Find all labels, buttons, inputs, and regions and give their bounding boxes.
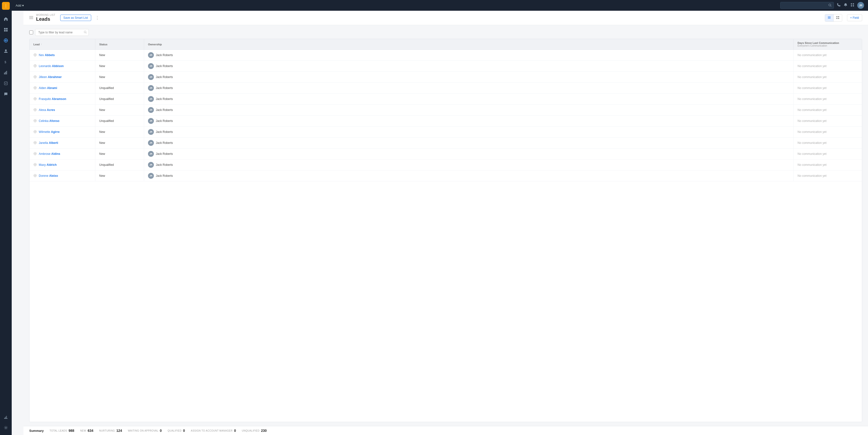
- table-row: Ambrose Aldins New JR Jack Roberts No co…: [30, 149, 862, 159]
- summary-unqualified-val: 230: [261, 429, 267, 433]
- global-search[interactable]: [780, 2, 834, 9]
- lead-name-link[interactable]: Janella Alberti: [39, 141, 58, 145]
- lead-name-link[interactable]: Celinka Afonso: [39, 119, 60, 123]
- sidebar-item-messages[interactable]: [1, 89, 11, 99]
- cell-lead: Alexa Acres: [30, 104, 95, 115]
- lead-name-link[interactable]: Wilmette Agirre: [39, 130, 60, 134]
- owner-avatar: JR: [148, 151, 154, 157]
- cell-ownership: JR Jack Roberts: [144, 50, 794, 60]
- lead-status: New: [99, 152, 105, 156]
- lead-status-icon: [33, 174, 37, 178]
- lead-first-name: Leonardo: [39, 64, 52, 68]
- lead-name-link[interactable]: Frasquito Abramson: [39, 97, 66, 101]
- lead-name-link[interactable]: Alden Abrami: [39, 86, 57, 90]
- owner-name: Jack Roberts: [156, 53, 173, 57]
- summary-assign-val: 0: [234, 429, 236, 433]
- owner-avatar: JR: [148, 96, 154, 102]
- filter-bar: [29, 29, 862, 36]
- summary-qualified-val: 0: [183, 429, 185, 433]
- svg-rect-13: [6, 71, 7, 74]
- cell-comm: No communication yet: [794, 116, 862, 126]
- filter-search-icon: [84, 30, 87, 34]
- cell-ownership: JR Jack Roberts: [144, 104, 794, 115]
- svg-rect-22: [29, 17, 33, 18]
- bell-icon[interactable]: [844, 3, 847, 8]
- col-ownership: Ownership: [144, 39, 794, 50]
- sidebar-item-leads[interactable]: [1, 36, 11, 45]
- lead-name-link[interactable]: Leonardo Abbison: [39, 64, 64, 68]
- page-title: Leads: [36, 16, 55, 22]
- lead-name-link[interactable]: Ambrose Aldins: [39, 152, 60, 156]
- add-field-button[interactable]: + Field: [847, 14, 862, 21]
- last-comm: No communication yet: [798, 163, 827, 166]
- cell-comm: No communication yet: [794, 137, 862, 148]
- lead-first-name: Jilleen: [39, 75, 48, 79]
- cell-status: New: [95, 104, 144, 115]
- summary-nurturing-key: NURTURING: [99, 429, 115, 432]
- svg-point-64: [35, 109, 36, 110]
- svg-rect-3: [6, 30, 7, 31]
- cell-status: New: [95, 50, 144, 60]
- add-button[interactable]: Add ▾: [16, 4, 24, 7]
- global-search-input[interactable]: [782, 4, 828, 7]
- last-comm: No communication yet: [798, 86, 827, 90]
- sidebar-item-home[interactable]: [1, 14, 11, 24]
- grid-icon[interactable]: [850, 3, 854, 8]
- owner-name: Jack Roberts: [156, 141, 173, 145]
- lead-status-icon: [33, 141, 37, 145]
- save-smart-list-button[interactable]: Save as Smart List: [60, 14, 91, 21]
- content-area: Lead ↑ Status Ownership Days Since Last …: [23, 25, 868, 426]
- summary-qualified-key: QUALIFIED: [167, 429, 181, 432]
- sidebar-item-analytics[interactable]: [1, 68, 11, 77]
- lead-name-link[interactable]: Dorene Aleixo: [39, 174, 58, 178]
- cell-comm: No communication yet: [794, 127, 862, 137]
- col-days-comm-sub: Everyone's Communication: [798, 44, 839, 47]
- breadcrumb: WORKING LIST: [36, 14, 55, 16]
- sort-icon[interactable]: ↑: [41, 43, 42, 45]
- svg-rect-18: [853, 3, 854, 5]
- summary-bar: Summary TOTAL LEADS 988 NEW 634 NURTURIN…: [23, 426, 868, 435]
- summary-total-leads-val: 988: [68, 429, 74, 433]
- sidebar-item-people[interactable]: [1, 46, 11, 56]
- lead-name-link[interactable]: Maxy Aldrich: [39, 163, 57, 166]
- summary-title: Summary: [29, 429, 44, 433]
- lead-name-link[interactable]: Alexa Acres: [39, 108, 55, 112]
- lead-status-icon: [33, 130, 37, 134]
- sidebar-item-reports[interactable]: [1, 412, 11, 422]
- filter-input-wrap: [35, 29, 89, 36]
- grid-view-button[interactable]: [834, 14, 842, 22]
- cell-lead: Celinka Afonso: [30, 116, 95, 126]
- table-row: Celinka Afonso Unqualified JR Jack Rober…: [30, 116, 862, 127]
- lead-last-name: Alberti: [49, 141, 58, 145]
- phone-icon[interactable]: [837, 3, 841, 8]
- app-logo[interactable]: [2, 2, 10, 10]
- cell-comm: No communication yet: [794, 72, 862, 83]
- list-view-button[interactable]: [825, 14, 834, 22]
- user-avatar[interactable]: JR: [857, 2, 864, 9]
- col-ownership-label: Ownership: [148, 43, 162, 46]
- lead-status: New: [99, 108, 105, 112]
- more-options-button[interactable]: ⋮: [94, 14, 100, 22]
- sidebar-item-tasks[interactable]: [1, 79, 11, 88]
- filter-input[interactable]: [35, 29, 89, 36]
- sidebar-item-settings[interactable]: [1, 423, 11, 433]
- svg-point-52: [35, 87, 36, 88]
- summary-new: NEW 634: [80, 429, 93, 433]
- owner-avatar: JR: [148, 107, 154, 113]
- sidebar-item-dashboard[interactable]: [1, 25, 11, 35]
- svg-rect-12: [5, 72, 6, 74]
- svg-point-100: [35, 175, 36, 176]
- lead-status: New: [99, 130, 105, 134]
- owner-name: Jack Roberts: [156, 163, 173, 166]
- sidebar-item-money[interactable]: $: [1, 57, 11, 67]
- table-row: Alexa Acres New JR Jack Roberts No commu…: [30, 104, 862, 116]
- lead-status: New: [99, 53, 105, 57]
- summary-waiting-val: 0: [160, 429, 162, 433]
- menu-toggle[interactable]: [29, 15, 33, 20]
- cell-lead: Leonardo Abbison: [30, 61, 95, 71]
- cell-status: Unqualified: [95, 94, 144, 104]
- select-all-checkbox[interactable]: [29, 30, 33, 34]
- lead-first-name: Alden: [39, 86, 47, 90]
- lead-name-link[interactable]: Nev Abbets: [39, 53, 55, 57]
- lead-name-link[interactable]: Jilleen Abrahmer: [39, 75, 62, 79]
